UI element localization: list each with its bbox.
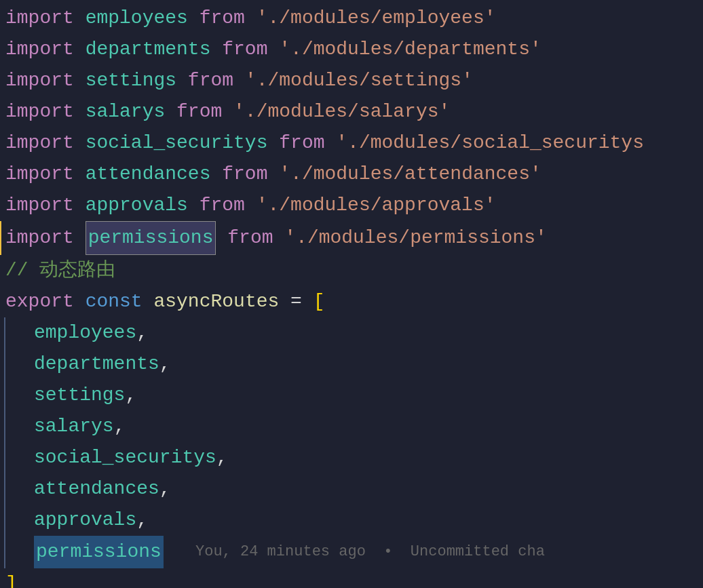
comment-text: // 动态路由 — [5, 255, 115, 286]
code-line-2: import departments from './modules/depar… — [0, 34, 703, 65]
keyword-import: import — [5, 65, 86, 96]
keyword-from: from — [227, 222, 284, 254]
module-name: attendances — [86, 159, 223, 190]
code-line-15: social_securitys, — [5, 442, 703, 473]
module-path: './modules/departments' — [279, 34, 541, 65]
code-line-8: import permissions from './modules/permi… — [0, 221, 703, 255]
module-name: salarys — [86, 96, 176, 128]
keyword-import: import — [5, 190, 86, 221]
keyword-export: export — [5, 286, 86, 317]
module-path: './modules/settings' — [245, 65, 473, 96]
comma: , — [159, 349, 171, 380]
comma: , — [125, 380, 136, 411]
code-line-6: import attendances from './modules/atten… — [0, 159, 703, 190]
equals: = — [290, 286, 314, 317]
array-item: approvals — [34, 505, 136, 536]
code-line-19: ] — [0, 568, 703, 588]
keyword-from: from — [222, 34, 279, 65]
module-path: './modules/employees' — [256, 3, 496, 34]
space — [216, 222, 227, 254]
keyword-from: from — [279, 128, 336, 159]
module-name: social_securitys — [86, 128, 280, 159]
code-content: import employees from './modules/employe… — [0, 0, 703, 588]
git-status-inline: You, 24 minutes ago • Uncommitted cha — [195, 536, 545, 568]
code-line-13: settings, — [5, 380, 703, 411]
comma: , — [216, 442, 228, 473]
code-line-1: import employees from './modules/employe… — [0, 3, 703, 34]
module-name: departments — [86, 34, 223, 65]
keyword-import: import — [5, 159, 86, 190]
keyword-const: const — [86, 286, 154, 317]
code-line-10: export const asyncRoutes = [ — [0, 286, 703, 317]
keyword-import: import — [5, 3, 86, 34]
keyword-from: from — [200, 3, 256, 34]
code-line-17: approvals, — [5, 505, 703, 536]
code-line-9: // 动态路由 — [0, 255, 703, 286]
close-bracket: ] — [5, 568, 17, 588]
module-name: approvals — [86, 190, 200, 221]
array-item: employees — [34, 317, 136, 349]
keyword-from: from — [188, 65, 245, 96]
comma: , — [136, 505, 148, 536]
code-line-3: import settings from './modules/settings… — [0, 65, 703, 96]
code-line-11: employees, — [5, 317, 703, 349]
code-line-18: permissions You, 24 minutes ago • Uncomm… — [5, 536, 703, 568]
module-path: './modules/attendances' — [279, 159, 541, 190]
open-bracket: [ — [314, 286, 325, 317]
keyword-import: import — [5, 96, 86, 128]
module-path: './modules/permissions' — [284, 222, 546, 254]
module-name: settings — [86, 65, 188, 96]
keyword-import: import — [5, 34, 86, 65]
array-item: departments — [34, 349, 159, 380]
comma: , — [159, 473, 171, 505]
keyword-from: from — [176, 96, 233, 128]
comma: , — [136, 317, 148, 349]
array-item: social_securitys — [34, 442, 216, 473]
array-item: settings — [34, 380, 125, 411]
code-line-4: import salarys from './modules/salarys' — [0, 96, 703, 128]
array-item: attendances — [34, 473, 159, 505]
array-item: salarys — [34, 411, 114, 442]
module-name: employees — [86, 3, 200, 34]
code-editor: import employees from './modules/employe… — [0, 0, 703, 588]
keyword-from: from — [200, 190, 256, 221]
module-path: './modules/approvals' — [256, 190, 496, 221]
module-path: './modules/salarys' — [233, 96, 450, 128]
variable-name: asyncRoutes — [153, 286, 290, 317]
code-line-16: attendances, — [5, 473, 703, 505]
array-item-permissions: permissions — [34, 536, 164, 568]
keyword-from: from — [222, 159, 279, 190]
code-line-7: import approvals from './modules/approva… — [0, 190, 703, 221]
module-path: './modules/social_securitys — [336, 128, 644, 159]
keyword-import: import — [5, 128, 86, 159]
keyword-import: import — [5, 222, 86, 254]
comma: , — [114, 411, 126, 442]
code-line-14: salarys, — [5, 411, 703, 442]
code-line-12: departments, — [5, 349, 703, 380]
array-block: employees, departments, settings, salary… — [4, 317, 703, 568]
code-line-5: import social_securitys from './modules/… — [0, 128, 703, 159]
module-name-permissions: permissions — [86, 221, 216, 255]
